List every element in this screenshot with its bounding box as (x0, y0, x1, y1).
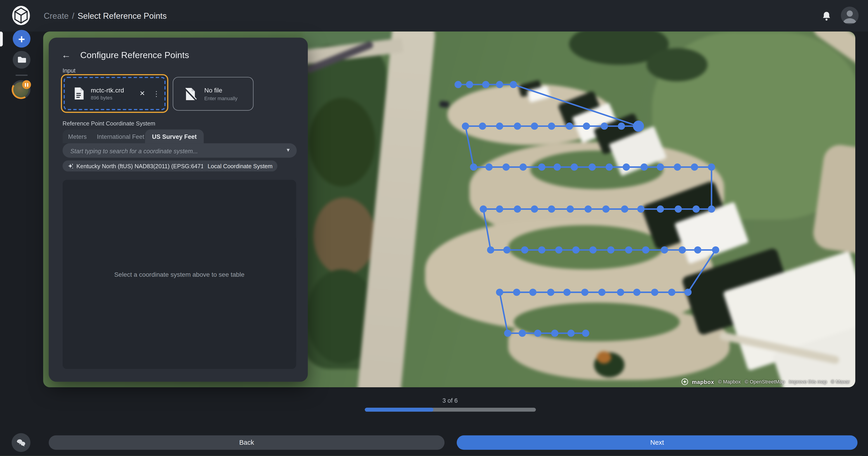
waypoint-marker[interactable] (470, 163, 477, 171)
upload-pause-badge[interactable] (22, 80, 31, 89)
waypoint-marker[interactable] (551, 330, 559, 337)
waypoint-marker[interactable] (621, 205, 628, 213)
waypoint-marker[interactable] (607, 247, 614, 254)
waypoint-marker[interactable] (583, 123, 590, 130)
suggested-crs-chip[interactable]: Kentucky North (ftUS) NAD83(2011) (EPSG:… (63, 161, 211, 172)
enter-manually-card[interactable]: No file Enter manually (173, 77, 253, 110)
waypoint-marker[interactable] (651, 289, 658, 296)
app-logo-icon[interactable] (11, 5, 30, 25)
attribution-link[interactable]: © Maxar (831, 379, 850, 384)
remove-file-button[interactable]: ✕ (140, 90, 145, 97)
attribution-link[interactable]: Improve this map (789, 379, 827, 384)
waypoint-marker[interactable] (581, 289, 588, 296)
mapbox-wordmark[interactable]: mapbox (692, 379, 714, 385)
waypoint-marker[interactable] (538, 163, 546, 171)
waypoint-marker[interactable] (519, 330, 526, 337)
waypoint-marker[interactable] (712, 247, 719, 254)
waypoint-marker[interactable] (566, 123, 573, 130)
waypoint-marker[interactable] (589, 247, 596, 254)
attribution-link[interactable]: © OpenStreetMap (745, 379, 785, 384)
waypoint-marker[interactable] (487, 247, 494, 254)
waypoint-marker[interactable] (708, 163, 715, 171)
waypoint-marker[interactable] (625, 247, 632, 254)
search-input[interactable] (69, 143, 282, 159)
tab-international-feet[interactable]: International Feet (97, 130, 144, 143)
user-avatar[interactable] (841, 6, 859, 24)
waypoint-marker[interactable] (657, 205, 664, 213)
waypoint-marker[interactable] (572, 247, 580, 254)
waypoint-marker[interactable] (618, 123, 625, 130)
waypoint-marker[interactable] (531, 205, 538, 213)
waypoint-marker[interactable] (520, 163, 527, 171)
waypoint-marker[interactable] (479, 123, 486, 130)
waypoint-marker[interactable] (691, 163, 698, 171)
waypoint-marker[interactable] (684, 289, 691, 296)
waypoint-marker[interactable] (668, 289, 676, 296)
waypoint-marker[interactable] (502, 163, 510, 171)
waypoint-marker[interactable] (462, 123, 469, 130)
waypoint-marker[interactable] (585, 205, 592, 213)
waypoint-marker[interactable] (548, 205, 555, 213)
waypoint-marker[interactable] (496, 123, 503, 130)
waypoint-marker[interactable] (531, 123, 538, 130)
waypoint-marker[interactable] (601, 123, 608, 130)
attribution-link[interactable]: © Mapbox (718, 379, 741, 384)
waypoint-marker[interactable] (571, 163, 578, 171)
waypoint-marker[interactable] (521, 247, 528, 254)
waypoint-marker[interactable] (538, 247, 546, 254)
waypoint-marker[interactable] (496, 289, 503, 296)
back-button[interactable]: Back (49, 435, 444, 450)
file-card-selected[interactable]: mctc-rtk.crd 896 bytes ✕ ⋮ (61, 74, 168, 113)
file-menu-button[interactable]: ⋮ (153, 89, 160, 98)
waypoint-marker[interactable] (582, 330, 589, 337)
waypoint-marker[interactable] (674, 163, 681, 171)
waypoint-marker[interactable] (567, 205, 574, 213)
waypoint-marker[interactable] (486, 163, 493, 171)
waypoint-marker[interactable] (617, 289, 624, 296)
waypoint-marker[interactable] (563, 289, 570, 296)
waypoint-marker[interactable] (455, 81, 462, 88)
waypoint-marker[interactable] (602, 205, 610, 213)
create-new-button[interactable]: + (13, 30, 30, 47)
waypoint-marker[interactable] (529, 289, 536, 296)
tab-us-survey-feet[interactable]: US Survey Feet (145, 130, 204, 143)
waypoint-marker[interactable] (514, 123, 521, 130)
waypoint-marker[interactable] (657, 163, 664, 171)
waypoint-marker[interactable] (496, 205, 503, 213)
breadcrumb-section[interactable]: Create (44, 11, 68, 21)
waypoint-marker[interactable] (482, 81, 489, 88)
waypoint-marker[interactable] (548, 123, 555, 130)
projects-folder-button[interactable] (13, 51, 30, 68)
chevron-down-icon[interactable]: ▼ (286, 147, 291, 153)
waypoint-marker[interactable] (496, 81, 503, 88)
waypoint-marker[interactable] (554, 163, 561, 171)
waypoint-marker[interactable] (547, 289, 554, 296)
waypoint-marker[interactable] (708, 205, 715, 213)
waypoint-marker[interactable] (555, 247, 562, 254)
waypoint-marker[interactable] (513, 289, 520, 296)
waypoint-marker[interactable] (510, 81, 517, 88)
waypoint-marker[interactable] (480, 205, 487, 213)
waypoint-marker[interactable] (623, 163, 630, 171)
waypoint-marker[interactable] (692, 205, 700, 213)
waypoint-marker[interactable] (637, 205, 645, 213)
waypoint-marker[interactable] (534, 330, 541, 337)
waypoint-marker[interactable] (642, 247, 649, 254)
waypoint-marker[interactable] (504, 330, 511, 337)
notifications-bell-icon[interactable] (822, 10, 831, 22)
tab-meters[interactable]: Meters (68, 130, 87, 143)
waypoint-marker[interactable] (694, 247, 701, 254)
waypoint-marker[interactable] (567, 330, 575, 337)
waypoint-marker[interactable] (598, 289, 606, 296)
waypoint-marker[interactable] (641, 163, 648, 171)
waypoint-marker[interactable] (503, 247, 510, 254)
coordinate-system-search[interactable]: ▼ (63, 143, 297, 158)
waypoint-marker[interactable] (675, 205, 682, 213)
next-button[interactable]: Next (457, 435, 858, 450)
waypoint-marker[interactable] (633, 289, 641, 296)
local-crs-chip[interactable]: Local Coordinate System (203, 161, 278, 172)
waypoint-marker[interactable] (633, 121, 644, 132)
back-arrow-button[interactable]: ← (62, 51, 73, 60)
waypoint-marker[interactable] (661, 247, 668, 254)
waypoint-marker[interactable] (589, 163, 596, 171)
